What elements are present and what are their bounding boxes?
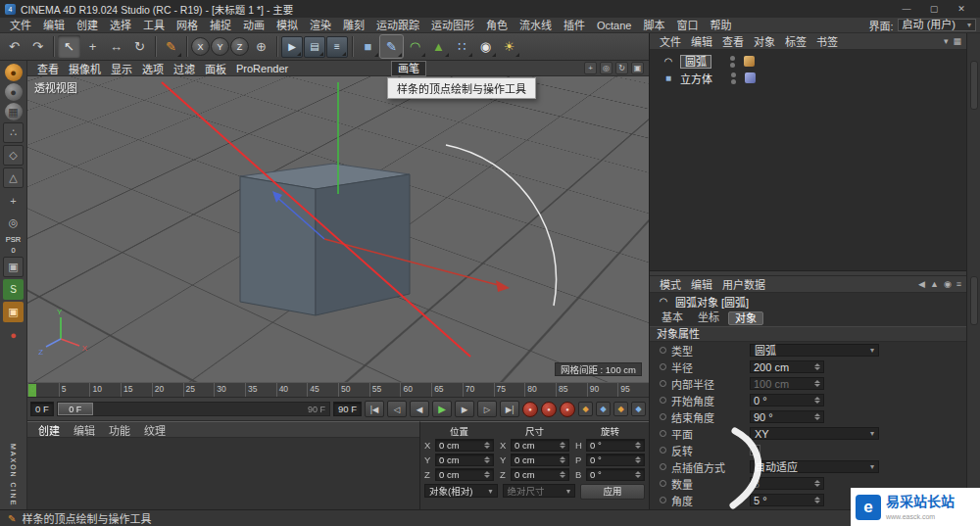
object-manager-menu-item[interactable]: 对象 (749, 33, 780, 49)
menubar-item[interactable]: 渲染 (304, 18, 337, 33)
attribute-manager-menu-item[interactable]: 模式 (655, 276, 686, 292)
type-dropdown[interactable]: 圆弧▾ (750, 344, 879, 357)
z-axis-lock-button[interactable]: Z (230, 37, 249, 56)
object-label-arc[interactable]: 圆弧 (680, 55, 711, 69)
dolly-view-icon[interactable]: ◎ (600, 62, 612, 74)
viewport-canvas[interactable]: Y X Z 透视视图 网格间距 : 100 cm (27, 76, 649, 382)
size-y-field[interactable]: 0 cm (511, 454, 569, 466)
live-selection-button[interactable]: ↖ (58, 35, 80, 58)
menubar-item[interactable]: 流水线 (514, 18, 558, 33)
object-manager-menu-item[interactable]: 书签 (811, 33, 843, 49)
viewport-menu-item[interactable]: 选项 (137, 61, 169, 76)
scale-tool-button[interactable]: ↔ (105, 35, 127, 58)
menubar-item[interactable]: 模拟 (270, 18, 304, 33)
object-tree[interactable]: ◠ 圆弧 ■ 立方体 (650, 50, 966, 271)
material-menu-item[interactable]: 功能 (104, 422, 135, 438)
maximize-button[interactable]: ▢ (920, 0, 948, 18)
interface-dropdown[interactable]: 启动 (用户) ▾ (898, 19, 976, 31)
menubar-item[interactable]: 文件 (4, 18, 37, 33)
points-mode-icon[interactable]: ∴ (3, 122, 24, 143)
camera-button[interactable]: ◉ (474, 35, 497, 58)
solo-icon[interactable]: S (3, 279, 24, 300)
menubar-item[interactable]: 创建 (71, 18, 104, 33)
mograph-button[interactable]: ∷ (451, 35, 473, 58)
viewport-menu-item[interactable]: 过滤 (169, 61, 200, 76)
menubar-item[interactable]: 编辑 (37, 18, 71, 33)
menubar-item[interactable]: 雕刻 (337, 18, 370, 33)
make-editable-icon[interactable]: ● (5, 64, 23, 81)
deformer-button[interactable]: ◠ (404, 35, 426, 58)
goto-end-button[interactable]: ▶| (500, 401, 519, 417)
object-row-cube[interactable]: ■ 立方体 (650, 70, 966, 86)
filter-icon[interactable]: ▾ (944, 36, 949, 46)
viewport-menu-item[interactable]: 查看 (32, 61, 64, 76)
tab-basic[interactable]: 基本 (656, 311, 689, 325)
viewport-menu-item[interactable]: 显示 (106, 61, 137, 76)
pos-y-field[interactable]: 0 cm (435, 454, 494, 466)
menubar-item[interactable]: 角色 (480, 18, 514, 33)
arc-spline-object[interactable] (446, 145, 557, 306)
rotate-view-icon[interactable]: ↻ (615, 62, 628, 74)
rot-h-field[interactable]: 0 ° (586, 439, 645, 452)
texture-mode-icon[interactable]: ▦ (5, 103, 23, 120)
menubar-item[interactable]: 脚本 (637, 18, 670, 33)
current-frame-field[interactable]: 0 F (30, 402, 54, 416)
menubar-item[interactable]: 插件 (558, 18, 591, 33)
menubar-item[interactable]: 捕捉 (204, 18, 237, 33)
minimize-button[interactable]: — (893, 0, 920, 18)
apply-button[interactable]: 应用 (580, 484, 645, 500)
next-key-button[interactable]: ▷ (477, 401, 497, 417)
tab-coordinates[interactable]: 坐标 (692, 311, 725, 325)
spline-tag-icon[interactable] (744, 56, 755, 67)
material-menu-item[interactable]: 创建 (33, 422, 65, 438)
play-button[interactable]: ▶ (432, 401, 452, 417)
snap-icon[interactable]: ◎ (3, 213, 24, 233)
toggle-view-icon[interactable]: ▣ (631, 62, 644, 74)
x-axis-lock-button[interactable]: X (191, 37, 210, 56)
record-keyframe-button[interactable]: ● (522, 402, 538, 417)
enable-axis-icon[interactable]: + (3, 190, 24, 211)
next-frame-button[interactable]: ▶ (455, 401, 474, 417)
model-mode-icon[interactable]: ● (5, 83, 23, 101)
menubar-item[interactable]: 网格 (171, 18, 204, 33)
menubar-item[interactable]: 选择 (104, 18, 137, 33)
menubar-item[interactable]: 运动图形 (425, 18, 480, 33)
key-scale-toggle[interactable]: ◆ (596, 402, 611, 416)
prev-key-button[interactable]: ◁ (387, 401, 407, 417)
panel-handle[interactable] (970, 61, 978, 110)
frame-slider-thumb[interactable]: 0 F (58, 403, 93, 415)
light-button[interactable]: ☀ (498, 35, 520, 58)
browser-icon[interactable]: ▦ (953, 36, 961, 46)
render-picture-viewer-button[interactable]: ▤ (304, 36, 325, 58)
viewport-menu-item[interactable]: 面板 (200, 61, 231, 76)
menubar-item[interactable]: 窗口 (670, 18, 704, 33)
frame-slider[interactable]: 0 F 90 F (57, 402, 330, 416)
visibility-dots[interactable] (731, 72, 736, 84)
nav-back-icon[interactable]: ◀ (918, 279, 925, 289)
polygons-mode-icon[interactable]: △ (3, 167, 24, 188)
spline-pen-button[interactable]: ✎ (380, 35, 403, 58)
attribute-manager-menu-item[interactable]: 用户数据 (717, 276, 770, 292)
prev-frame-button[interactable]: ◀ (410, 401, 429, 417)
primitive-cube-button[interactable]: ■ (357, 35, 379, 58)
coordinate-system-button[interactable]: ⊕ (250, 35, 272, 58)
phong-tag-icon[interactable] (745, 72, 756, 83)
pan-view-icon[interactable]: + (584, 62, 597, 74)
move-tool-button[interactable]: + (81, 35, 104, 58)
inner-radius-field[interactable]: 100 cm (750, 377, 824, 390)
timeline-ruler[interactable]: 05101520253035404550556065707580859095 (27, 382, 649, 398)
playhead-marker[interactable] (28, 384, 36, 397)
object-manager-menu-item[interactable]: 编辑 (686, 33, 717, 49)
menubar-item[interactable]: Octane (591, 18, 637, 33)
panel-handle[interactable] (970, 276, 978, 325)
size-mode-dropdown[interactable]: 绝对尺寸▾ (503, 484, 576, 498)
goto-start-button[interactable]: |◀ (365, 401, 384, 417)
menubar-item[interactable]: 工具 (137, 18, 171, 33)
y-axis-lock-button[interactable]: Y (211, 37, 229, 56)
menubar-item[interactable]: 运动跟踪 (370, 18, 425, 33)
pos-x-field[interactable]: 0 cm (435, 439, 494, 452)
render-region-icon[interactable]: ▣ (3, 302, 24, 322)
environment-button[interactable]: ▲ (427, 35, 450, 58)
coord-mode-dropdown[interactable]: 对象(相对)▾ (424, 484, 498, 498)
key-rotation-toggle[interactable]: ◆ (613, 402, 628, 416)
